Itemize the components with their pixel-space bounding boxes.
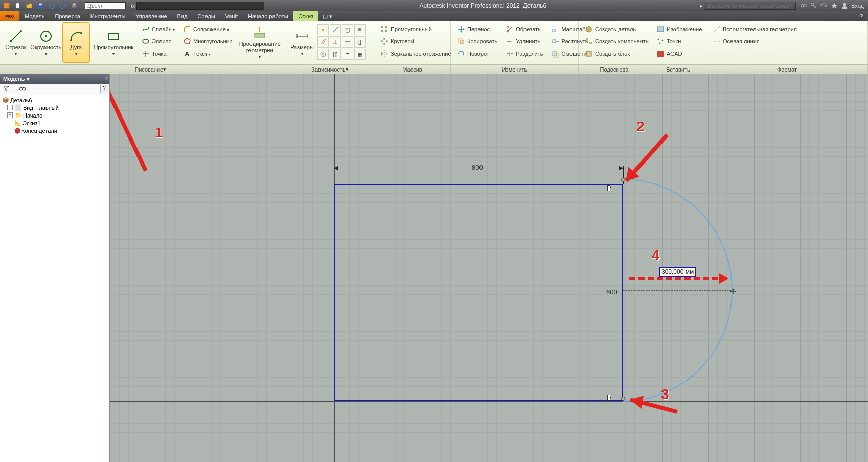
- tab-view[interactable]: Вид: [172, 11, 193, 21]
- tool-mirror[interactable]: Зеркальное отражение: [378, 48, 453, 59]
- rect-array-icon: [380, 25, 389, 33]
- view-icon: ⬜: [15, 104, 22, 111]
- browser-help-icon[interactable]: ?: [100, 85, 108, 93]
- tool-make-block[interactable]: Создать блок: [583, 48, 652, 59]
- tab-sketch[interactable]: Эскиз: [293, 11, 318, 21]
- fx-input[interactable]: [136, 2, 264, 10]
- arc-length-input[interactable]: 300,000 мм: [659, 267, 696, 277]
- constraint-fix-icon[interactable]: [354, 24, 366, 35]
- tool-copy[interactable]: Копировать: [455, 36, 499, 47]
- tool-acad[interactable]: ACAD: [654, 48, 704, 59]
- svg-rect-23: [255, 33, 265, 37]
- tool-spline[interactable]: Сплайн: [140, 24, 177, 35]
- pro-badge[interactable]: PRO: [0, 11, 19, 21]
- tree-root[interactable]: 📦Деталь6: [1, 96, 108, 104]
- tool-rect-array[interactable]: Прямоугольный: [378, 24, 453, 35]
- undo-icon[interactable]: [47, 1, 56, 10]
- tool-fillet[interactable]: Сопряжение: [181, 24, 234, 35]
- dim-ext-left: [334, 166, 334, 184]
- constraint-horizontal-icon[interactable]: [342, 36, 353, 48]
- browser-header[interactable]: Модель: [0, 74, 109, 84]
- constraint-collinear-icon[interactable]: [330, 24, 341, 35]
- svg-point-25: [322, 29, 324, 31]
- model-browser: × Модель ? | 📦Деталь6 +⬜Вид: Главный +📁Н…: [0, 74, 110, 462]
- tool-image[interactable]: Изображение: [654, 24, 704, 35]
- sketch-rectangle[interactable]: [334, 184, 623, 401]
- tool-circle[interactable]: Окружность▾: [30, 22, 62, 63]
- constraint-vertical-icon[interactable]: []: [354, 36, 366, 48]
- trim-icon: [506, 25, 514, 33]
- constraint-show-icon[interactable]: ▦: [354, 49, 366, 60]
- tool-construction[interactable]: Вспомогательная геометрия: [711, 24, 799, 35]
- constraint-equal-icon[interactable]: =: [342, 49, 353, 60]
- app-menu-icon[interactable]: [2, 1, 11, 10]
- tab-vault[interactable]: Vault: [220, 11, 243, 21]
- key-icon[interactable]: [810, 2, 817, 9]
- tool-split[interactable]: Разделить: [504, 48, 545, 59]
- dim-handle-bottom[interactable]: [607, 395, 610, 401]
- redo-icon[interactable]: [58, 1, 67, 10]
- ribbon-tabs: PRO Модель Проверка Инструменты Управлен…: [0, 11, 868, 21]
- svg-point-41: [383, 43, 385, 45]
- tool-centerline[interactable]: Осевая линия: [711, 36, 799, 47]
- ellipse-icon: [142, 37, 150, 45]
- tab-extra-icon[interactable]: ▢ ▾: [318, 11, 336, 21]
- user-icon[interactable]: [841, 2, 848, 9]
- constraint-concentric-icon[interactable]: [317, 49, 329, 60]
- tab-tools[interactable]: Инструменты: [85, 11, 131, 21]
- svg-rect-58: [589, 42, 592, 44]
- save-icon[interactable]: [36, 1, 45, 10]
- filter-icon[interactable]: [3, 86, 9, 93]
- constraint-symmetric-icon[interactable]: [|]: [330, 49, 341, 60]
- color-input[interactable]: [85, 2, 126, 9]
- tool-rectangle[interactable]: Прямоугольник▾: [90, 22, 138, 63]
- annotation-arrow-2: [616, 130, 677, 191]
- tool-rotate[interactable]: Поворот: [455, 48, 499, 59]
- tab-manage[interactable]: Управление: [130, 11, 172, 21]
- tree-eop[interactable]: ⬤Конец детали: [1, 127, 108, 134]
- sketch-canvas[interactable]: 800 600 ✢ 300,000 мм 1 2: [110, 74, 868, 462]
- constraint-perp-icon[interactable]: [330, 36, 341, 48]
- tool-move[interactable]: Перенос: [455, 24, 499, 35]
- tool-project-geometry[interactable]: Проецирование геометрии▾: [236, 22, 284, 63]
- tool-make-part[interactable]: Создать деталь: [583, 24, 652, 35]
- tab-getstart[interactable]: Начало работы: [243, 11, 293, 21]
- tab-env[interactable]: Среды: [192, 11, 220, 21]
- tab-model[interactable]: Модель: [19, 11, 50, 21]
- tree-sketch[interactable]: 📐Эскиз1: [1, 119, 108, 127]
- dim-handle-top[interactable]: [607, 185, 610, 191]
- find-icon[interactable]: [19, 86, 26, 93]
- svg-line-30: [321, 39, 324, 44]
- search-input[interactable]: [704, 2, 796, 10]
- open-icon[interactable]: [25, 1, 34, 10]
- text-icon: A: [183, 50, 191, 58]
- tab-inspect[interactable]: Проверка: [50, 11, 85, 21]
- star-icon[interactable]: [831, 2, 838, 9]
- tool-text[interactable]: AТекст: [181, 48, 234, 59]
- tool-extend[interactable]: Удлинить: [504, 36, 545, 47]
- tool-points[interactable]: Точки: [654, 36, 704, 47]
- constraint-parallel-icon[interactable]: [317, 36, 329, 48]
- tool-ellipse[interactable]: Эллипс: [140, 36, 177, 47]
- tool-make-components[interactable]: Создать компоненты: [583, 36, 652, 47]
- tool-trim[interactable]: Обрезать: [504, 24, 545, 35]
- tool-arc[interactable]: Дуга▾: [62, 22, 90, 63]
- binoculars-icon[interactable]: [800, 2, 807, 9]
- svg-point-27: [346, 29, 350, 33]
- tool-polygon[interactable]: Многоугольник: [181, 36, 234, 47]
- tool-dimension[interactable]: Размеры▾: [288, 22, 316, 63]
- cloud-icon[interactable]: [820, 2, 828, 9]
- browser-close-icon[interactable]: ×: [105, 75, 108, 82]
- tool-point[interactable]: Точка: [140, 48, 177, 59]
- tool-line[interactable]: Отрезок▾: [2, 22, 30, 63]
- tree-origin[interactable]: +📁Начало: [1, 111, 108, 119]
- print-icon[interactable]: [70, 1, 79, 10]
- tree-view[interactable]: +⬜Вид: Главный: [1, 104, 108, 111]
- constraint-coincident-icon[interactable]: [317, 24, 329, 35]
- sign-in-link[interactable]: Вход: [851, 3, 864, 9]
- new-icon[interactable]: [13, 1, 22, 10]
- svg-rect-3: [39, 4, 41, 6]
- constraint-tangent-icon[interactable]: [342, 24, 353, 35]
- tool-circ-array[interactable]: Круговой: [378, 36, 453, 47]
- ribbon-help-icon[interactable]: ?: [855, 13, 868, 19]
